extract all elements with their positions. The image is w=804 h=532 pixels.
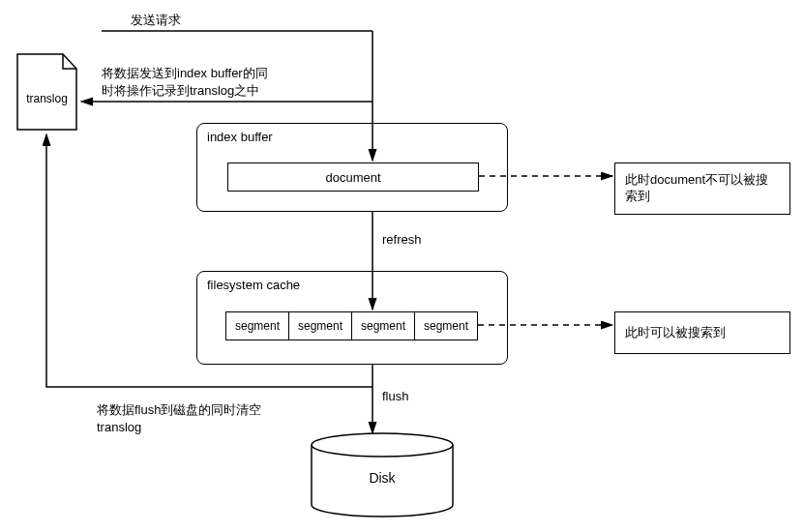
send-request-label: 发送请求 <box>131 12 181 29</box>
to-translog-label: 将数据发送到index buffer的同 时将操作记录到translog之中 <box>102 65 268 99</box>
diagram-canvas: translog index buffer document filesyste… <box>0 0 804 532</box>
filesystem-cache-title: filesystem cache <box>207 278 300 292</box>
flush-label: flush <box>382 389 408 403</box>
segment-label-4: segment <box>424 319 468 333</box>
disk-label: Disk <box>310 470 455 486</box>
disk-cylinder: Disk <box>310 431 455 518</box>
segment-label-1: segment <box>235 319 280 333</box>
segment-box-3: segment <box>351 311 415 340</box>
segment-box-4: segment <box>414 311 478 340</box>
note2-text: 此时可以被搜索到 <box>625 324 726 341</box>
refresh-label: refresh <box>382 232 421 247</box>
document-label: document <box>325 170 380 185</box>
translog-file: translog <box>16 53 77 131</box>
segment-label-3: segment <box>361 319 405 333</box>
note-not-searchable: 此时document不可以被搜 索到 <box>614 163 790 215</box>
note1-text: 此时document不可以被搜 索到 <box>625 172 768 205</box>
index-buffer-title: index buffer <box>207 130 273 144</box>
note-searchable: 此时可以被搜索到 <box>614 311 790 354</box>
segment-box-1: segment <box>225 311 289 340</box>
document-box: document <box>227 163 479 192</box>
segment-label-2: segment <box>298 319 342 333</box>
translog-label: translog <box>16 92 77 105</box>
flush-clear-label: 将数据flush到磁盘的同时清空 translog <box>97 401 261 435</box>
segment-box-2: segment <box>288 311 352 340</box>
svg-point-0 <box>312 433 453 457</box>
